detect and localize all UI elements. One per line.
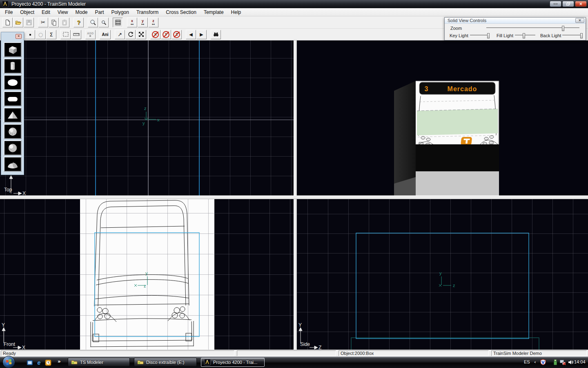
- find-button[interactable]: [211, 30, 221, 39]
- toggle-grid-button[interactable]: [113, 18, 123, 27]
- cut-button[interactable]: ✂: [38, 18, 48, 27]
- menu-template[interactable]: Template: [200, 9, 227, 16]
- quick-launch-overflow-chevron[interactable]: »: [58, 359, 61, 364]
- help-button[interactable]: ?: [74, 18, 84, 27]
- shape-sphere-textured-button[interactable]: [4, 124, 22, 139]
- zoom-out-icon: [100, 19, 107, 26]
- ellipse-icon: [6, 77, 20, 88]
- zoom-in-button[interactable]: [88, 18, 98, 27]
- zoom-slider-label: Zoom: [450, 26, 462, 31]
- close-icon[interactable]: ✕: [575, 18, 584, 23]
- save-button[interactable]: [24, 18, 34, 27]
- viewport-side[interactable]: y z Y Side Z: [297, 199, 588, 350]
- open-button[interactable]: [13, 18, 23, 27]
- shape-box-button[interactable]: [4, 42, 22, 57]
- zoom-slider[interactable]: [486, 27, 579, 29]
- network-disconnected-icon[interactable]: [559, 359, 566, 366]
- status-edition: TrainSim Modeler Demo: [491, 350, 587, 356]
- key-light-slider[interactable]: [470, 35, 489, 36]
- shape-capsule-button[interactable]: [4, 91, 22, 106]
- antivirus-shield-icon[interactable]: [540, 359, 546, 366]
- usb-device-icon[interactable]: [552, 359, 559, 366]
- lock-x-button[interactable]: X: [150, 30, 160, 39]
- add-point-button[interactable]: ADD: [85, 30, 96, 39]
- shape-cone-button[interactable]: [4, 108, 22, 123]
- fill-light-slider[interactable]: [515, 35, 535, 36]
- select-box-button[interactable]: [60, 30, 71, 39]
- menu-transform[interactable]: Transform: [133, 9, 162, 16]
- restore-button[interactable]: [562, 1, 574, 7]
- menu-part[interactable]: Part: [91, 9, 108, 16]
- menu-edit[interactable]: Edit: [38, 9, 54, 16]
- menu-object[interactable]: Object: [16, 9, 38, 16]
- shape-sphere-button[interactable]: [4, 140, 22, 155]
- new-button[interactable]: [2, 18, 13, 27]
- viewport-top[interactable]: z y x Top X: [0, 40, 294, 195]
- window-title: Proyecto 4200 - TrainSim Modeler: [11, 1, 86, 7]
- tray-language-indicator[interactable]: ES: [524, 359, 530, 364]
- status-ready: Ready: [1, 350, 234, 356]
- quick-launch-internet-explorer[interactable]: e: [36, 359, 42, 366]
- mirror-x-button[interactable]: x↔: [127, 18, 137, 27]
- back-light-slider[interactable]: [562, 35, 582, 36]
- quick-launch-media-clock[interactable]: [45, 359, 51, 366]
- taskbar-button-ts-modeler[interactable]: TS Modeler: [68, 358, 130, 367]
- copy-button[interactable]: [49, 18, 59, 27]
- status-object-info: Object:2000:Box: [339, 350, 489, 356]
- menu-mode[interactable]: Mode: [72, 9, 91, 16]
- lock-z-button[interactable]: Z: [172, 30, 182, 39]
- key-light-thumb[interactable]: [487, 33, 490, 38]
- scissors-icon: ✂: [41, 19, 45, 25]
- close-button[interactable]: ×: [575, 1, 587, 7]
- move-button[interactable]: ↗: [115, 30, 125, 39]
- previous-button[interactable]: ◀: [186, 30, 196, 39]
- viewport-splitter-vertical[interactable]: [294, 40, 297, 350]
- tray-clock[interactable]: 14:04: [574, 359, 586, 364]
- minimize-button[interactable]: [550, 1, 561, 7]
- zoom-out-button[interactable]: [98, 18, 109, 27]
- menu-cross-section[interactable]: Cross Section: [162, 9, 200, 16]
- viewport-front-y-axis: Y: [2, 322, 5, 328]
- menu-file[interactable]: File: [1, 9, 16, 16]
- side-view-grid: [297, 199, 588, 350]
- mirror-y-button[interactable]: y↔: [138, 18, 148, 27]
- taskbar-button-proyecto-4200[interactable]: Proyecto 4200 - Trai...: [201, 358, 265, 367]
- menu-help[interactable]: Help: [227, 9, 245, 16]
- close-icon[interactable]: ✕: [16, 34, 22, 39]
- viewport-splitter-horizontal[interactable]: [0, 195, 588, 199]
- tray-expand-chevron[interactable]: ‹: [534, 359, 536, 365]
- lock-y-label: Y: [165, 32, 167, 36]
- menu-polygon[interactable]: Polygon: [108, 9, 133, 16]
- viewport-front-x-axis: X: [22, 345, 25, 350]
- sphere-icon: [6, 143, 20, 153]
- previous-icon: ◀: [189, 32, 192, 37]
- circle-tool-button[interactable]: ○: [36, 30, 46, 39]
- shape-cylinder-button[interactable]: [4, 58, 22, 74]
- rotate-button[interactable]: [125, 30, 136, 39]
- fill-light-thumb[interactable]: [523, 33, 525, 38]
- solid-view-controls-titlebar[interactable]: Solid View Controls ✕: [445, 18, 586, 24]
- shape-ellipse-button[interactable]: [4, 75, 22, 90]
- viewport-solid-3d[interactable]: 3 Mercado: [297, 40, 588, 195]
- lock-y-button[interactable]: Y: [161, 30, 171, 39]
- start-button[interactable]: [2, 356, 15, 368]
- next-button[interactable]: ▶: [196, 30, 207, 39]
- measure-button[interactable]: [71, 30, 81, 39]
- back-light-thumb[interactable]: [580, 33, 583, 38]
- zoom-slider-thumb[interactable]: [562, 26, 564, 31]
- taskbar-button-removable-disk[interactable]: Disco extraíble (E:): [134, 358, 197, 367]
- paste-button[interactable]: [59, 18, 69, 27]
- scale-button[interactable]: [136, 30, 146, 39]
- title-bar[interactable]: Proyecto 4200 - TrainSim Modeler ×: [0, 0, 588, 8]
- quick-launch-show-desktop[interactable]: [26, 359, 33, 366]
- shape-dome-button[interactable]: [4, 157, 22, 172]
- viewport-top-label: Top: [4, 187, 12, 193]
- fill-light-label: Fill Light: [497, 33, 513, 38]
- menu-view[interactable]: View: [54, 9, 72, 16]
- mirror-z-button[interactable]: z↔: [148, 18, 158, 27]
- volume-icon[interactable]: [568, 359, 574, 366]
- sum-button[interactable]: Σ: [46, 30, 56, 39]
- vertex-button[interactable]: [25, 30, 35, 39]
- viewport-front[interactable]: y z Y Front X: [0, 199, 294, 350]
- animation-button[interactable]: Ani: [100, 30, 111, 39]
